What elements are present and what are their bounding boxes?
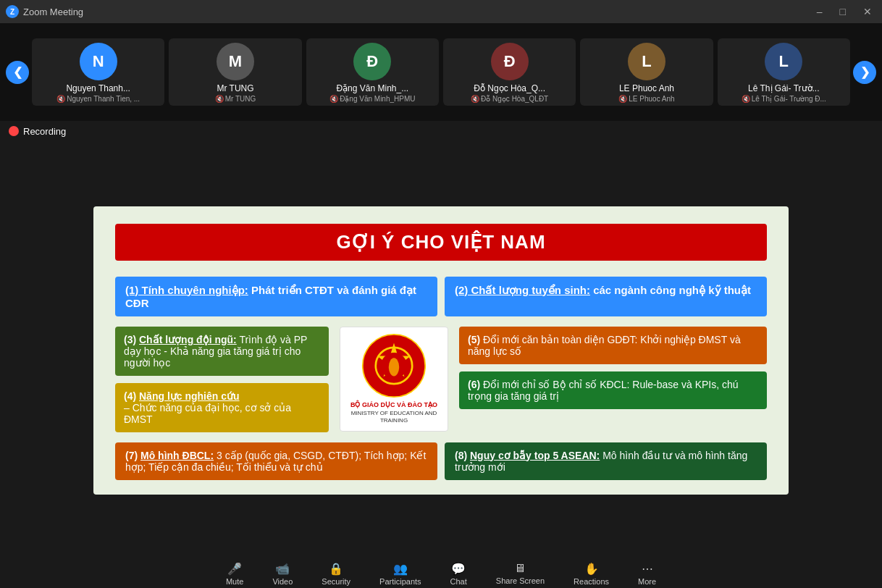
share-screen-icon: 🖥 <box>514 562 526 575</box>
slide-box-6: (6) Đổi mới chỉ số Bộ chỉ số KĐCL: Rule-… <box>459 371 767 409</box>
security-button[interactable]: 🔒 Security <box>316 560 356 587</box>
titlebar-left: Z Zoom Meeting <box>6 5 83 18</box>
participant-name: Đặng Văn Minh_... <box>309 83 436 93</box>
slide-bottom-row: (7) Mô hình ĐBCL: 3 cấp (quốc gia, CSGD,… <box>115 442 767 480</box>
reactions-button[interactable]: ✋ Reactions <box>568 560 615 587</box>
participant-name: Đỗ Ngọc Hòa_Q... <box>446 83 573 93</box>
mute-icon: 🔇 <box>471 95 479 103</box>
avatar: Đ <box>353 43 391 80</box>
video-button[interactable]: 📹 Video <box>266 560 298 587</box>
video-label: Video <box>272 577 293 586</box>
main-content: GỢI Ý CHO VIỆT NAM (1) Tính chuyên nghiệ… <box>0 141 882 559</box>
slide-title: GỢI Ý CHO VIỆT NAM <box>115 224 767 261</box>
slide-left-col: (3) Chất lượng đội ngũ: Trình độ và PP d… <box>115 327 329 432</box>
slide-right-col: (5) Đổi mới căn bản toàn diện GDĐT: Khởi… <box>459 327 767 432</box>
reactions-icon: ✋ <box>584 562 599 576</box>
slide-box-7: (7) Mô hình ĐBCL: 3 cấp (quốc gia, CSGD,… <box>115 442 437 480</box>
emblem-svg <box>361 333 427 398</box>
list-item: Đ Đỗ Ngọc Hòa_Q... 🔇 Đỗ Ngọc Hòa_QLĐT <box>443 38 576 106</box>
recording-label: Recording <box>23 126 66 137</box>
recording-bar: Recording <box>0 121 882 141</box>
mute-icon: 🔇 <box>215 95 224 103</box>
maximize-button[interactable]: □ <box>836 4 850 19</box>
list-item: L LE Phuoc Anh 🔇 LE Phuoc Anh <box>580 38 713 106</box>
participants-next-button[interactable]: ❯ <box>853 61 876 84</box>
avatar: M <box>217 43 254 80</box>
share-screen-button[interactable]: 🖥 Share Screen <box>490 560 550 587</box>
mute-button[interactable]: 🎤 Mute <box>220 560 249 587</box>
mute-icon: 🔇 <box>742 95 750 103</box>
emblem: BỘ GIÁO DỤC VÀ ĐÀO TẠO MINISTRY OF EDUCA… <box>340 327 448 431</box>
list-item: M Mr TUNG 🔇 Mr TUNG <box>169 38 301 106</box>
slide-middle-row: (3) Chất lượng đội ngũ: Trình độ và PP d… <box>115 327 767 432</box>
list-item: L Lê Thị Gái- Trườ... 🔇 Lê Thị Gái- Trườ… <box>718 38 850 106</box>
mute-icon: 🎤 <box>227 562 242 576</box>
mute-icon: 🔇 <box>56 95 65 103</box>
bottom-toolbar: 🎤 Mute 📹 Video 🔒 Security 👥 Participants… <box>0 559 882 588</box>
participant-name: Mr TUNG <box>172 83 298 93</box>
chat-icon: 💬 <box>451 562 466 576</box>
ministry-english: MINISTRY OF EDUCATION AND TRAINING <box>346 410 442 425</box>
slide-top-row: (1) Tính chuyên nghiệp: Phát triển CTĐT … <box>115 277 767 316</box>
slide-box-1: (1) Tính chuyên nghiệp: Phát triển CTĐT … <box>115 277 437 316</box>
recording-dot <box>9 126 19 136</box>
slide-box-8: (8) Nguy cơ bẫy top 5 ASEAN: Mô hình đầu… <box>445 442 767 480</box>
zoom-logo: Z <box>6 5 19 18</box>
participants-button[interactable]: 👥 Participants <box>374 560 427 587</box>
slide-box-3: (3) Chất lượng đội ngũ: Trình độ và PP d… <box>115 327 329 376</box>
participant-name: LE Phuoc Anh <box>583 83 710 93</box>
security-icon: 🔒 <box>329 562 343 576</box>
titlebar-title: Zoom Meeting <box>23 7 83 17</box>
participant-status: 🔇 Lê Thị Gái- Trường Đ... <box>721 95 847 103</box>
chat-label: Chat <box>450 577 467 586</box>
mute-icon: 🔇 <box>329 95 338 103</box>
participant-name: Lê Thị Gái- Trườ... <box>721 83 847 93</box>
mute-label: Mute <box>226 577 243 586</box>
participant-status: 🔇 Đặng Văn Minh_HPMU <box>309 95 436 103</box>
slide: GỢI Ý CHO VIỆT NAM (1) Tính chuyên nghiệ… <box>93 206 789 495</box>
more-icon: ⋯ <box>642 562 653 576</box>
avatar: N <box>80 43 117 80</box>
participant-status: 🔇 LE Phuoc Anh <box>583 95 710 103</box>
list-item: N Nguyen Thanh... 🔇 Nguyen Thanh Tien, .… <box>32 38 164 106</box>
close-button[interactable]: ✕ <box>859 4 876 19</box>
slide-center-emblem: BỘ GIÁO DỤC VÀ ĐÀO TẠO MINISTRY OF EDUCA… <box>336 327 452 432</box>
security-label: Security <box>322 577 350 586</box>
participants-list: N Nguyen Thanh... 🔇 Nguyen Thanh Tien, .… <box>32 38 850 106</box>
participant-status: 🔇 Nguyen Thanh Tien, ... <box>35 95 161 103</box>
participants-icon: 👥 <box>393 562 408 576</box>
ministry-name: BỘ GIÁO DỤC VÀ ĐÀO TẠO <box>346 401 442 410</box>
video-icon: 📹 <box>275 562 290 576</box>
slide-box-5: (5) Đổi mới căn bản toàn diện GDĐT: Khởi… <box>459 327 767 364</box>
svg-point-4 <box>389 358 399 376</box>
participants-bar: ❮ N Nguyen Thanh... 🔇 Nguyen Thanh Tien,… <box>0 23 882 121</box>
reactions-label: Reactions <box>574 577 609 586</box>
chat-button[interactable]: 💬 Chat <box>445 560 473 587</box>
participant-status: 🔇 Mr TUNG <box>172 95 298 103</box>
participant-name: Nguyen Thanh... <box>35 83 161 93</box>
more-label: More <box>638 577 656 586</box>
titlebar-controls: – □ ✕ <box>812 4 876 19</box>
list-item: Đ Đặng Văn Minh_... 🔇 Đặng Văn Minh_HPMU <box>306 38 439 106</box>
slide-box-2: (2) Chất lượng tuyển sinh: các ngành côn… <box>445 277 767 316</box>
participants-prev-button[interactable]: ❮ <box>6 61 29 84</box>
avatar: L <box>628 43 665 80</box>
titlebar: Z Zoom Meeting – □ ✕ <box>0 0 882 23</box>
participants-label: Participants <box>379 577 421 586</box>
avatar: Đ <box>491 43 529 80</box>
share-screen-label: Share Screen <box>496 576 545 585</box>
mute-icon: 🔇 <box>618 95 627 103</box>
more-button[interactable]: ⋯ More <box>632 560 662 587</box>
avatar: L <box>765 43 802 80</box>
slide-box-4: (4) Năng lực nghiên cứu – Chức năng của … <box>115 383 329 432</box>
participant-status: 🔇 Đỗ Ngọc Hòa_QLĐT <box>446 95 573 103</box>
minimize-button[interactable]: – <box>812 4 827 19</box>
